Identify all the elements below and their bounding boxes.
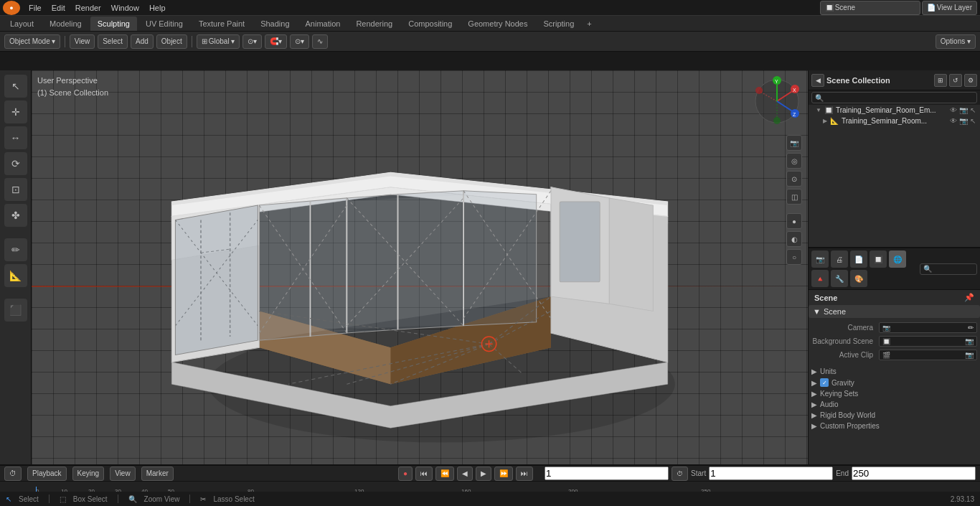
- prop-icon-view-layer[interactable]: 📄: [850, 250, 867, 268]
- transform-tool-btn[interactable]: ✤: [4, 204, 27, 227]
- cursor-tool-btn[interactable]: ✛: [4, 100, 27, 123]
- marker-menu[interactable]: Marker: [141, 467, 174, 481]
- custom-props-row[interactable]: ▶ Custom Properties: [809, 421, 980, 431]
- viewport-overlay-btn[interactable]: ⊙: [786, 171, 802, 187]
- keying-sets-row[interactable]: ▶ Keying Sets: [809, 388, 980, 399]
- scene-selector[interactable]: 🔲 Scene: [820, 1, 920, 15]
- tab-layout[interactable]: Layout: [3, 17, 41, 31]
- proportional-edit[interactable]: ⊙▾: [290, 34, 309, 49]
- menu-edit[interactable]: Edit: [47, 2, 70, 14]
- transform-pivot[interactable]: ⊙▾: [242, 34, 262, 49]
- record-btn[interactable]: ●: [398, 467, 413, 481]
- tab-modeling[interactable]: Modeling: [42, 17, 89, 31]
- view-menu[interactable]: View: [70, 34, 95, 49]
- gravity-checkbox[interactable]: ✓: [820, 378, 829, 387]
- step-forward-btn[interactable]: ⏩: [494, 467, 513, 481]
- tab-scripting[interactable]: Scripting: [536, 17, 581, 31]
- play-btn[interactable]: ▶: [476, 467, 491, 481]
- timeline-editor-icon[interactable]: ⏱: [4, 467, 22, 481]
- solid-shading-btn[interactable]: ●: [786, 213, 802, 229]
- menu-file[interactable]: File: [24, 2, 46, 14]
- start-frame-input[interactable]: [709, 467, 833, 480]
- background-scene-value[interactable]: 🔲 📷: [879, 336, 977, 347]
- timeline-view-menu[interactable]: View: [110, 467, 136, 481]
- move-tool-btn[interactable]: ↔: [4, 126, 27, 149]
- rotate-tool-btn[interactable]: ⟳: [4, 152, 27, 175]
- navigation-gizmo[interactable]: X Y Z: [752, 76, 802, 126]
- object-mode-dropdown[interactable]: Object Mode ▾: [4, 34, 60, 49]
- render-visibility-icon[interactable]: 📷: [959, 106, 968, 114]
- measure-tool-btn[interactable]: 📐: [4, 264, 27, 287]
- view-layer-selector[interactable]: 📄 View Layer: [922, 1, 977, 15]
- prop-icon-world[interactable]: 🌐: [889, 250, 906, 268]
- settings-btn[interactable]: ⚙: [964, 74, 977, 87]
- camera-view-btn[interactable]: 📷: [786, 135, 802, 151]
- something-toggle[interactable]: ∿: [312, 34, 328, 49]
- add-menu[interactable]: Add: [131, 34, 154, 49]
- tab-compositing[interactable]: Compositing: [401, 17, 459, 31]
- scene-subsection-header[interactable]: ▼ Scene: [809, 305, 980, 318]
- filter-btn[interactable]: ⊞: [934, 74, 947, 87]
- tab-shading[interactable]: Shading: [253, 17, 296, 31]
- rigid-body-row[interactable]: ▶ Rigid Body World: [809, 410, 980, 421]
- menu-window[interactable]: Window: [107, 2, 143, 14]
- select-icon[interactable]: ↖: [970, 106, 976, 114]
- menu-help[interactable]: Help: [145, 2, 170, 14]
- jump-start-btn[interactable]: ⏮: [415, 467, 433, 481]
- rendered-preview-btn[interactable]: ○: [786, 249, 802, 265]
- keying-menu[interactable]: Keying: [72, 467, 105, 481]
- tab-uv-editing[interactable]: UV Editing: [138, 17, 190, 31]
- xray-toggle-btn[interactable]: ◫: [786, 189, 802, 205]
- collapse-outliner-btn[interactable]: ◀: [811, 74, 824, 87]
- viewport[interactable]: User Perspective (1) Scene Collection X …: [32, 70, 808, 464]
- tab-geometry-nodes[interactable]: Geometry Nodes: [461, 17, 534, 31]
- prop-icon-render[interactable]: 📷: [811, 250, 829, 268]
- prop-icon-scene[interactable]: 🔲: [870, 250, 887, 268]
- prop-icon-material[interactable]: 🎨: [850, 270, 867, 287]
- snap-toggle[interactable]: 🧲▾: [265, 34, 287, 49]
- background-scene-browse-icon[interactable]: 📷: [965, 337, 974, 345]
- current-frame-input[interactable]: [545, 467, 669, 480]
- annotate-tool-btn[interactable]: ✏: [4, 238, 27, 261]
- outliner-item-0[interactable]: ▼ 🔲 Training_Seminar_Room_Em... 👁 📷 ↖: [809, 105, 980, 116]
- tab-sculpting[interactable]: Sculpting: [90, 17, 137, 31]
- camera-value[interactable]: 📷 ✏: [879, 322, 977, 333]
- gravity-row[interactable]: ▶ ✓ Gravity: [809, 377, 980, 388]
- step-back-btn[interactable]: ⏪: [435, 467, 454, 481]
- jump-end-btn[interactable]: ⏭: [516, 467, 533, 481]
- prop-pin-icon[interactable]: 📌: [964, 293, 974, 302]
- tab-rendering[interactable]: Rendering: [349, 17, 400, 31]
- prop-icon-object[interactable]: 🔺: [811, 270, 829, 287]
- prop-icon-modifier[interactable]: 🔧: [831, 270, 848, 287]
- sync-btn[interactable]: ↺: [949, 74, 962, 87]
- global-transform-dropdown[interactable]: ⊞ Global ▾: [197, 34, 240, 49]
- material-preview-btn[interactable]: ◐: [786, 231, 802, 247]
- select-tool-btn[interactable]: ↖: [4, 75, 27, 98]
- mesh-visibility-icon[interactable]: 👁: [950, 117, 957, 125]
- audio-row[interactable]: ▶ Audio: [809, 399, 980, 410]
- camera-edit-icon[interactable]: ✏: [968, 324, 974, 332]
- end-frame-input[interactable]: [852, 467, 976, 480]
- playback-menu[interactable]: Playback: [27, 467, 67, 481]
- outliner-search-input[interactable]: [811, 92, 977, 103]
- properties-search-input[interactable]: [920, 263, 977, 275]
- mesh-render-icon[interactable]: 📷: [959, 117, 968, 125]
- prop-icon-output[interactable]: 🖨: [831, 250, 848, 268]
- add-cube-btn[interactable]: ⬛: [4, 299, 27, 322]
- outliner-item-1[interactable]: ▶ 📐 Training_Seminar_Room... 👁 📷 ↖: [809, 116, 980, 126]
- active-clip-value[interactable]: 🎬 📷: [879, 350, 977, 360]
- viewport-shading-btn[interactable]: ◎: [786, 153, 802, 169]
- tab-animation[interactable]: Animation: [298, 17, 348, 31]
- scale-tool-btn[interactable]: ⊡: [4, 178, 27, 201]
- options-button[interactable]: Options ▾: [936, 34, 976, 49]
- mesh-select-icon[interactable]: ↖: [970, 117, 976, 125]
- visibility-icon[interactable]: 👁: [950, 106, 957, 114]
- play-reverse-btn[interactable]: ◀: [457, 467, 473, 481]
- select-menu[interactable]: Select: [98, 34, 128, 49]
- object-menu[interactable]: Object: [156, 34, 187, 49]
- active-clip-browse-icon[interactable]: 📷: [965, 351, 974, 359]
- menu-render[interactable]: Render: [71, 2, 105, 14]
- add-workspace-button[interactable]: +: [583, 18, 595, 29]
- tab-texture-paint[interactable]: Texture Paint: [192, 17, 252, 31]
- units-row[interactable]: ▶ Units: [809, 366, 980, 377]
